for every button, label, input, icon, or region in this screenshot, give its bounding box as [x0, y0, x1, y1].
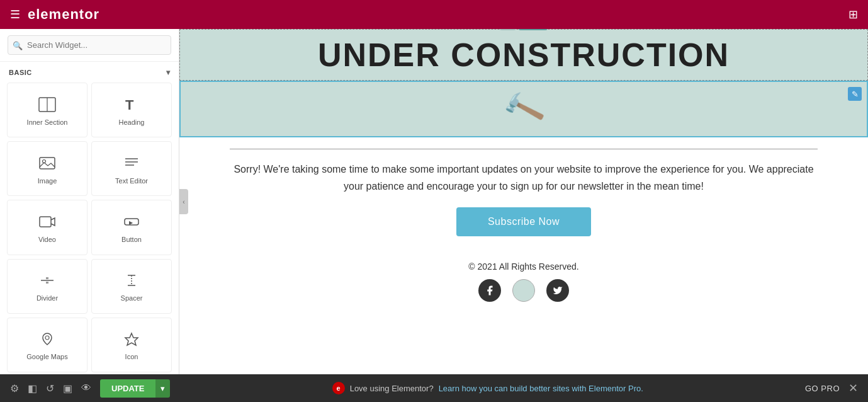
heading-label: Heading [119, 118, 145, 126]
elementor-promo-icon: e [332, 382, 345, 394]
inner-section-label: Inner Section [27, 118, 68, 126]
search-icon: 🔍 [13, 40, 23, 50]
svg-marker-21 [125, 333, 138, 345]
section-toolbar: ▤ ✎ 333 [500, 29, 548, 30]
canvas-wrapper: ‹ ▤ ✎ 333 UNDER CONSTRUCTION 🔨 ✎ [179, 29, 868, 374]
hammer-icon: 🔨 [500, 86, 548, 132]
chevron-down-icon[interactable]: ▾ [166, 68, 171, 77]
image-label: Image [38, 177, 57, 185]
hamburger-icon[interactable]: ☰ [10, 8, 20, 21]
bottom-center-promo: e Love using Elementor? Learn how you ca… [332, 382, 643, 394]
google-maps-label: Google Maps [26, 353, 67, 360]
update-button[interactable]: UPDATE [100, 379, 155, 398]
apps-grid-icon[interactable]: ⊞ [848, 8, 858, 21]
widget-google-maps[interactable]: Google Maps [7, 318, 87, 372]
widget-text-editor[interactable]: Text Editor [91, 141, 172, 196]
widget-heading[interactable]: T Heading [91, 83, 172, 137]
search-bar: 🔍 [0, 29, 179, 62]
spacer-icon [123, 273, 140, 290]
widget-video[interactable]: Video [7, 200, 87, 255]
svg-text:▶: ▶ [129, 220, 133, 226]
responsive-icon[interactable]: ▣ [63, 382, 72, 394]
search-input[interactable] [8, 35, 171, 55]
promo-link[interactable]: Learn how you can build better sites wit… [439, 384, 643, 393]
section-toolbar-icon-btn[interactable]: ▤ [500, 29, 516, 30]
layers-icon[interactable]: ◧ [28, 382, 37, 394]
section-toolbar-edit-btn[interactable]: ✎ 333 [519, 29, 548, 30]
footer-area: © 2021 All Rights Reserved. [179, 249, 868, 311]
twitter-icon[interactable] [546, 279, 569, 302]
top-bar: ☰ elementor ⊞ [0, 0, 868, 29]
main-layout: 🔍 BASIC ▾ Inner Section [0, 29, 868, 374]
widget-button[interactable]: ▶ Button [91, 200, 172, 255]
icon-widget-icon [123, 331, 140, 349]
canvas-inner: ▤ ✎ 333 UNDER CONSTRUCTION 🔨 ✎ Sorry! We… [179, 29, 868, 374]
settings-icon[interactable]: ⚙ [10, 382, 19, 394]
body-text: Sorry! We're taking some time to make so… [230, 161, 818, 195]
elementor-logo: elementor [28, 6, 99, 23]
button-icon: ▶ [123, 214, 140, 232]
promo-text: Love using Elementor? [350, 384, 434, 393]
bottom-bar-left: ⚙ ◧ ↺ ▣ 👁 UPDATE ▾ [10, 379, 170, 398]
google-maps-icon [38, 331, 56, 349]
button-label: Button [121, 236, 142, 243]
facebook-icon[interactable] [478, 279, 501, 302]
update-group: UPDATE ▾ [100, 379, 170, 398]
video-label: Video [38, 236, 56, 243]
go-pro-button[interactable]: GO PRO [805, 384, 840, 393]
hammer-section[interactable]: 🔨 ✎ [179, 81, 868, 137]
svg-text:T: T [125, 97, 134, 112]
svg-rect-3 [40, 158, 55, 169]
video-icon [38, 214, 56, 232]
text-editor-icon [123, 156, 140, 173]
widget-inner-section[interactable]: Inner Section [7, 83, 87, 137]
edit-pencil-button[interactable]: ✎ [848, 87, 862, 101]
history-icon[interactable]: ↺ [46, 382, 54, 394]
inner-section-icon [38, 97, 56, 115]
divider-label: Divider [37, 294, 58, 302]
spacer-label: Spacer [121, 294, 143, 302]
svg-point-20 [45, 336, 49, 340]
update-dropdown-button[interactable]: ▾ [155, 379, 170, 398]
main-canvas: ▤ ✎ 333 UNDER CONSTRUCTION 🔨 ✎ Sorry! We… [179, 29, 868, 374]
bottom-bar: ⚙ ◧ ↺ ▣ 👁 UPDATE ▾ e Love using Elemento… [0, 374, 868, 402]
text-editor-label: Text Editor [115, 177, 148, 185]
under-construction-section[interactable]: ▤ ✎ 333 UNDER CONSTRUCTION [179, 29, 868, 81]
basic-section-label: BASIC [9, 69, 32, 76]
bottom-right: GO PRO ✕ [805, 381, 858, 395]
widget-image[interactable]: Image [7, 141, 87, 196]
svg-rect-8 [40, 217, 51, 227]
icon-label: Icon [125, 353, 138, 360]
close-icon[interactable]: ✕ [848, 381, 858, 395]
image-icon [38, 156, 56, 173]
sidebar: 🔍 BASIC ▾ Inner Section [0, 29, 179, 374]
basic-section-header: BASIC ▾ [0, 62, 179, 81]
collapse-handle[interactable]: ‹ [179, 189, 188, 214]
widget-spacer[interactable]: Spacer [91, 259, 172, 314]
under-construction-heading: UNDER CONSTRUCTION [305, 30, 742, 80]
widget-grid: Inner Section T Heading [0, 81, 179, 374]
heading-icon: T [123, 97, 140, 115]
preview-icon[interactable]: 👁 [81, 382, 91, 394]
circle-social-icon[interactable] [512, 279, 535, 302]
social-icons [179, 279, 868, 302]
widget-icon[interactable]: Icon [91, 318, 172, 372]
divider-icon [38, 273, 56, 290]
widget-divider[interactable]: Divider [7, 259, 87, 314]
divider-element [230, 149, 818, 149]
subscribe-now-button[interactable]: Subscribe Now [456, 207, 591, 236]
copyright-text: © 2021 All Rights Reserved. [468, 261, 578, 272]
